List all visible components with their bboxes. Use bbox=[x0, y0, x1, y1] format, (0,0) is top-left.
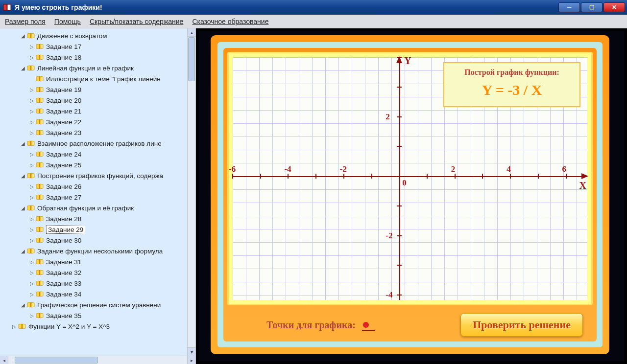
x-tick bbox=[538, 174, 539, 179]
expand-icon[interactable]: ▷ bbox=[29, 119, 34, 125]
tree-item[interactable]: ◢Задание функции несколькими формула bbox=[3, 246, 195, 256]
origin-label: 0 bbox=[402, 178, 407, 188]
book-icon bbox=[27, 33, 35, 39]
tree-item[interactable]: ▷Задание 31 bbox=[3, 256, 195, 267]
x-tick bbox=[371, 174, 372, 179]
close-button[interactable]: ✕ bbox=[603, 2, 625, 12]
tree-item[interactable]: ▷Задание 20 bbox=[3, 95, 195, 106]
expand-icon[interactable]: ▷ bbox=[29, 55, 34, 60]
tree-item[interactable]: ▷Задание 22 bbox=[3, 116, 195, 127]
maximize-button[interactable]: ☐ bbox=[581, 2, 603, 12]
menu-fairy-edu[interactable]: Сказочное образование bbox=[192, 18, 268, 25]
svg-rect-18 bbox=[30, 205, 31, 210]
tree-item[interactable]: Иллюстрация к теме "График линейн bbox=[3, 73, 195, 84]
check-solution-button[interactable]: Проверить решение bbox=[460, 313, 583, 337]
expand-icon[interactable]: ▷ bbox=[29, 216, 34, 222]
tree-view[interactable]: ◢Движение с возвратом▷Задание 17▷Задание… bbox=[0, 28, 195, 334]
expand-icon[interactable]: ▷ bbox=[29, 44, 34, 49]
tree-item[interactable]: ▷Задание 27 bbox=[3, 192, 195, 203]
svg-rect-17 bbox=[39, 195, 40, 200]
expand-icon[interactable]: ▷ bbox=[29, 98, 34, 103]
menu-help[interactable]: Помощь bbox=[54, 18, 81, 25]
expand-icon[interactable]: ▷ bbox=[29, 109, 34, 114]
expand-icon[interactable]: ▷ bbox=[29, 130, 34, 136]
svg-rect-13 bbox=[39, 152, 40, 157]
menu-field-size[interactable]: Размер поля bbox=[5, 18, 46, 25]
tree-item[interactable]: ▷Задание 24 bbox=[3, 149, 195, 159]
svg-rect-20 bbox=[39, 227, 40, 232]
tree-item[interactable]: ▷Задание 17 bbox=[3, 41, 195, 52]
expand-icon[interactable]: ▷ bbox=[29, 270, 34, 275]
coordinate-plane[interactable]: Y X 0 -6-4-2246 -4-22 Построй график фун… bbox=[233, 57, 587, 300]
tree-item[interactable]: ▷Функции Y = X^2 и Y = X^3 bbox=[3, 321, 195, 332]
expand-icon[interactable]: ▷ bbox=[29, 313, 34, 318]
hscroll-thumb[interactable] bbox=[15, 357, 98, 364]
expand-icon[interactable]: ▷ bbox=[29, 238, 34, 243]
collapse-icon[interactable]: ◢ bbox=[21, 249, 25, 254]
tree-item[interactable]: ▷Задание 34 bbox=[3, 289, 195, 299]
scroll-left-icon[interactable]: ◂ bbox=[0, 356, 8, 364]
scroll-right-icon[interactable]: ▸ bbox=[187, 356, 195, 364]
expand-icon[interactable]: ▷ bbox=[29, 152, 34, 157]
expand-icon[interactable]: ▷ bbox=[29, 162, 34, 168]
scroll-down-icon[interactable]: ▾ bbox=[188, 347, 195, 356]
tree-item[interactable]: ◢Графическое решение систем уравнени bbox=[3, 299, 195, 310]
expand-icon[interactable]: ▷ bbox=[29, 195, 34, 200]
svg-rect-11 bbox=[39, 130, 40, 135]
tree-item-label: Задание 17 bbox=[46, 43, 81, 50]
menu-toggle-toc[interactable]: Скрыть/показать содержание bbox=[90, 18, 183, 25]
book-icon bbox=[36, 313, 44, 318]
x-tick-label: 6 bbox=[562, 164, 567, 174]
svg-rect-6 bbox=[39, 76, 40, 81]
collapse-icon[interactable]: ◢ bbox=[21, 33, 25, 39]
x-tick bbox=[566, 174, 567, 179]
minimize-button[interactable]: ─ bbox=[558, 2, 580, 12]
scroll-thumb[interactable] bbox=[188, 37, 195, 81]
tree-item[interactable]: ◢Линейная функция и её график bbox=[3, 63, 195, 73]
tree-item[interactable]: ▷Задание 19 bbox=[3, 84, 195, 95]
expand-icon[interactable]: ▷ bbox=[29, 184, 34, 189]
tree-item-label: Обратная функция и её график bbox=[37, 205, 134, 212]
expand-icon[interactable]: ▷ bbox=[29, 281, 34, 286]
tree-item[interactable]: ▷Задание 21 bbox=[3, 106, 195, 116]
collapse-icon[interactable]: ◢ bbox=[21, 302, 25, 308]
y-tick-label: 2 bbox=[386, 112, 390, 122]
x-tick-label: -2 bbox=[340, 164, 347, 174]
book-icon bbox=[36, 237, 44, 243]
collapse-icon[interactable]: ◢ bbox=[21, 66, 25, 71]
expand-icon[interactable]: ▷ bbox=[29, 292, 34, 297]
tree-item[interactable]: ▷Задание 28 bbox=[3, 213, 195, 224]
expand-icon[interactable]: ▷ bbox=[29, 227, 34, 232]
tree-item[interactable]: ▷Задание 35 bbox=[3, 310, 195, 321]
collapse-icon[interactable]: ◢ bbox=[21, 205, 25, 211]
tree-item[interactable]: ▷Задание 23 bbox=[3, 127, 195, 138]
expand-icon[interactable]: ▷ bbox=[29, 87, 34, 92]
tree-item[interactable]: ▷Задание 32 bbox=[3, 267, 195, 278]
tree-item[interactable]: ◢Построение графиков функций, содержа bbox=[3, 170, 195, 181]
sidebar-hscroll[interactable]: ◂ ▸ bbox=[0, 356, 195, 364]
tree-item[interactable]: ▷Задание 25 bbox=[3, 159, 195, 170]
tree-item[interactable]: ▷Задание 26 bbox=[3, 181, 195, 192]
scroll-up-icon[interactable]: ▴ bbox=[188, 28, 195, 37]
expand-icon[interactable]: ▷ bbox=[29, 259, 34, 265]
book-icon bbox=[27, 65, 35, 71]
expand-icon[interactable]: ▷ bbox=[12, 324, 17, 329]
tree-item-label: Взаимное расположение графиков лине bbox=[37, 140, 162, 147]
book-icon bbox=[27, 205, 35, 211]
point-dot-icon bbox=[363, 322, 369, 328]
tree-item[interactable]: ◢Движение с возвратом bbox=[3, 30, 195, 41]
svg-rect-24 bbox=[39, 270, 40, 275]
tree-item[interactable]: ◢Обратная функция и её график bbox=[3, 203, 195, 213]
tree-item[interactable]: ▷Задание 18 bbox=[3, 52, 195, 63]
tree-item-label: Функции Y = X^2 и Y = X^3 bbox=[28, 323, 110, 330]
tree-item[interactable]: ◢Взаимное расположение графиков лине bbox=[3, 138, 195, 149]
tree-item-label: Задание 24 bbox=[46, 151, 81, 158]
tree-item[interactable]: ▷Задание 33 bbox=[3, 278, 195, 289]
collapse-icon[interactable]: ◢ bbox=[21, 141, 25, 146]
sidebar-vscroll[interactable]: ▴ ▾ bbox=[187, 28, 195, 356]
tree-item-label: Задание 23 bbox=[46, 129, 81, 136]
tree-item[interactable]: ▷Задание 30 bbox=[3, 235, 195, 246]
x-tick bbox=[482, 174, 483, 179]
tree-item[interactable]: ▷Задание 29 bbox=[3, 224, 195, 235]
collapse-icon[interactable]: ◢ bbox=[21, 173, 25, 179]
